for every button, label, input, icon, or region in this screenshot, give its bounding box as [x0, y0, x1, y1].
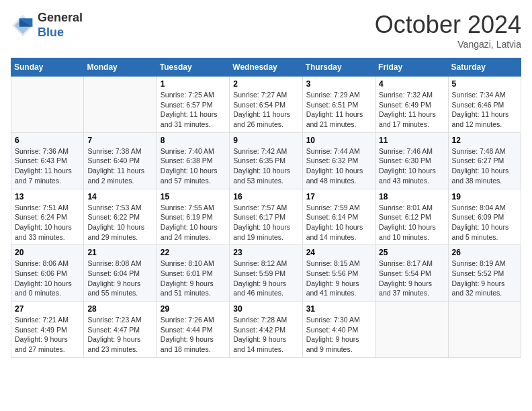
weekday-header-saturday: Saturday [448, 58, 521, 77]
calendar-cell: 27Sunrise: 7:21 AM Sunset: 4:49 PM Dayli… [11, 302, 84, 358]
day-info: Sunrise: 8:19 AM Sunset: 5:52 PM Dayligh… [452, 259, 517, 298]
calendar-cell: 20Sunrise: 8:06 AM Sunset: 6:06 PM Dayli… [11, 245, 84, 302]
page-header: General Blue October 2024 Vangazi, Latvi… [11, 11, 521, 50]
day-number: 27 [15, 304, 80, 314]
calendar-cell: 26Sunrise: 8:19 AM Sunset: 5:52 PM Dayli… [448, 245, 521, 302]
day-info: Sunrise: 8:08 AM Sunset: 6:04 PM Dayligh… [87, 259, 152, 298]
weekday-header-tuesday: Tuesday [157, 58, 229, 77]
day-number: 6 [15, 136, 80, 145]
day-number: 26 [452, 248, 517, 257]
day-info: Sunrise: 7:44 AM Sunset: 6:32 PM Dayligh… [306, 146, 371, 186]
day-info: Sunrise: 7:34 AM Sunset: 6:46 PM Dayligh… [452, 90, 517, 130]
day-info: Sunrise: 7:46 AM Sunset: 6:30 PM Dayligh… [379, 146, 444, 186]
day-number: 15 [161, 192, 226, 201]
day-info: Sunrise: 7:42 AM Sunset: 6:35 PM Dayligh… [233, 146, 298, 186]
calendar-cell: 6Sunrise: 7:36 AM Sunset: 6:43 PM Daylig… [11, 132, 84, 189]
day-number: 31 [306, 304, 371, 314]
logo: General Blue [11, 11, 83, 40]
day-number: 8 [161, 136, 226, 145]
calendar-cell: 3Sunrise: 7:29 AM Sunset: 6:51 PM Daylig… [302, 77, 375, 133]
logo-icon [11, 13, 35, 38]
calendar-week-row: 20Sunrise: 8:06 AM Sunset: 6:06 PM Dayli… [11, 245, 521, 302]
calendar-cell: 28Sunrise: 7:23 AM Sunset: 4:47 PM Dayli… [84, 302, 157, 358]
calendar-cell: 4Sunrise: 7:32 AM Sunset: 6:49 PM Daylig… [375, 77, 448, 133]
weekday-header-thursday: Thursday [302, 58, 375, 77]
logo-text: General Blue [38, 11, 83, 40]
day-number: 20 [15, 248, 80, 257]
day-number: 12 [452, 136, 517, 145]
calendar-cell [448, 302, 521, 358]
calendar-cell: 8Sunrise: 7:40 AM Sunset: 6:38 PM Daylig… [157, 132, 229, 189]
day-number: 11 [379, 136, 444, 145]
day-number: 23 [233, 248, 298, 257]
day-number: 28 [87, 304, 152, 314]
day-info: Sunrise: 8:06 AM Sunset: 6:06 PM Dayligh… [15, 259, 80, 298]
day-number: 3 [306, 79, 371, 89]
calendar-cell: 16Sunrise: 7:57 AM Sunset: 6:17 PM Dayli… [230, 189, 302, 245]
calendar-cell: 2Sunrise: 7:27 AM Sunset: 6:54 PM Daylig… [230, 77, 302, 133]
day-number: 24 [306, 248, 371, 257]
weekday-header-sunday: Sunday [11, 58, 84, 77]
calendar-cell [11, 77, 84, 133]
calendar-cell: 24Sunrise: 8:15 AM Sunset: 5:56 PM Dayli… [302, 245, 375, 302]
day-number: 4 [379, 79, 444, 89]
day-number: 29 [161, 304, 226, 314]
calendar-cell: 7Sunrise: 7:38 AM Sunset: 6:40 PM Daylig… [84, 132, 157, 189]
day-info: Sunrise: 7:28 AM Sunset: 4:42 PM Dayligh… [233, 315, 298, 355]
calendar-week-row: 13Sunrise: 7:51 AM Sunset: 6:24 PM Dayli… [11, 189, 521, 245]
day-info: Sunrise: 8:17 AM Sunset: 5:54 PM Dayligh… [379, 259, 444, 298]
day-info: Sunrise: 7:23 AM Sunset: 4:47 PM Dayligh… [87, 315, 152, 355]
day-number: 2 [233, 79, 298, 89]
day-number: 19 [452, 192, 517, 201]
calendar-cell: 5Sunrise: 7:34 AM Sunset: 6:46 PM Daylig… [448, 77, 521, 133]
day-number: 7 [87, 136, 152, 145]
day-info: Sunrise: 7:51 AM Sunset: 6:24 PM Dayligh… [15, 203, 80, 242]
month-title: October 2024 [375, 11, 521, 39]
day-number: 22 [161, 248, 226, 257]
day-number: 25 [379, 248, 444, 257]
logo-general: General [38, 11, 83, 26]
day-number: 9 [233, 136, 298, 145]
calendar-cell: 1Sunrise: 7:25 AM Sunset: 6:57 PM Daylig… [157, 77, 229, 133]
day-info: Sunrise: 7:55 AM Sunset: 6:19 PM Dayligh… [161, 203, 226, 242]
calendar-cell: 9Sunrise: 7:42 AM Sunset: 6:35 PM Daylig… [230, 132, 302, 189]
calendar-week-row: 27Sunrise: 7:21 AM Sunset: 4:49 PM Dayli… [11, 302, 521, 358]
day-info: Sunrise: 7:21 AM Sunset: 4:49 PM Dayligh… [15, 315, 80, 355]
day-number: 18 [379, 192, 444, 201]
calendar-week-row: 1Sunrise: 7:25 AM Sunset: 6:57 PM Daylig… [11, 77, 521, 133]
calendar-cell: 17Sunrise: 7:59 AM Sunset: 6:14 PM Dayli… [302, 189, 375, 245]
calendar-cell: 19Sunrise: 8:04 AM Sunset: 6:09 PM Dayli… [448, 189, 521, 245]
day-info: Sunrise: 8:04 AM Sunset: 6:09 PM Dayligh… [452, 203, 517, 242]
calendar-cell: 31Sunrise: 7:30 AM Sunset: 4:40 PM Dayli… [302, 302, 375, 358]
day-info: Sunrise: 7:32 AM Sunset: 6:49 PM Dayligh… [379, 90, 444, 130]
day-number: 13 [15, 192, 80, 201]
location: Vangazi, Latvia [375, 39, 521, 50]
day-number: 14 [87, 192, 152, 201]
logo-blue: Blue [38, 26, 83, 40]
weekday-header-row: SundayMondayTuesdayWednesdayThursdayFrid… [11, 58, 521, 77]
day-info: Sunrise: 8:01 AM Sunset: 6:12 PM Dayligh… [379, 203, 444, 242]
day-number: 10 [306, 136, 371, 145]
day-info: Sunrise: 7:57 AM Sunset: 6:17 PM Dayligh… [233, 203, 298, 242]
calendar-cell: 14Sunrise: 7:53 AM Sunset: 6:22 PM Dayli… [84, 189, 157, 245]
calendar-cell: 15Sunrise: 7:55 AM Sunset: 6:19 PM Dayli… [157, 189, 229, 245]
day-info: Sunrise: 7:38 AM Sunset: 6:40 PM Dayligh… [87, 146, 152, 186]
day-info: Sunrise: 7:36 AM Sunset: 6:43 PM Dayligh… [15, 146, 80, 186]
day-info: Sunrise: 7:40 AM Sunset: 6:38 PM Dayligh… [161, 146, 226, 186]
calendar-week-row: 6Sunrise: 7:36 AM Sunset: 6:43 PM Daylig… [11, 132, 521, 189]
weekday-header-wednesday: Wednesday [230, 58, 302, 77]
calendar-table: SundayMondayTuesdayWednesdayThursdayFrid… [11, 58, 521, 358]
day-info: Sunrise: 7:30 AM Sunset: 4:40 PM Dayligh… [306, 315, 371, 355]
calendar-cell: 12Sunrise: 7:48 AM Sunset: 6:27 PM Dayli… [448, 132, 521, 189]
day-info: Sunrise: 7:26 AM Sunset: 4:44 PM Dayligh… [161, 315, 226, 355]
day-number: 16 [233, 192, 298, 201]
day-info: Sunrise: 7:27 AM Sunset: 6:54 PM Dayligh… [233, 90, 298, 130]
calendar-cell [84, 77, 157, 133]
calendar-cell: 23Sunrise: 8:12 AM Sunset: 5:59 PM Dayli… [230, 245, 302, 302]
day-number: 21 [87, 248, 152, 257]
weekday-header-monday: Monday [84, 58, 157, 77]
weekday-header-friday: Friday [375, 58, 448, 77]
calendar-cell: 25Sunrise: 8:17 AM Sunset: 5:54 PM Dayli… [375, 245, 448, 302]
day-info: Sunrise: 7:29 AM Sunset: 6:51 PM Dayligh… [306, 90, 371, 130]
day-info: Sunrise: 7:53 AM Sunset: 6:22 PM Dayligh… [87, 203, 152, 242]
